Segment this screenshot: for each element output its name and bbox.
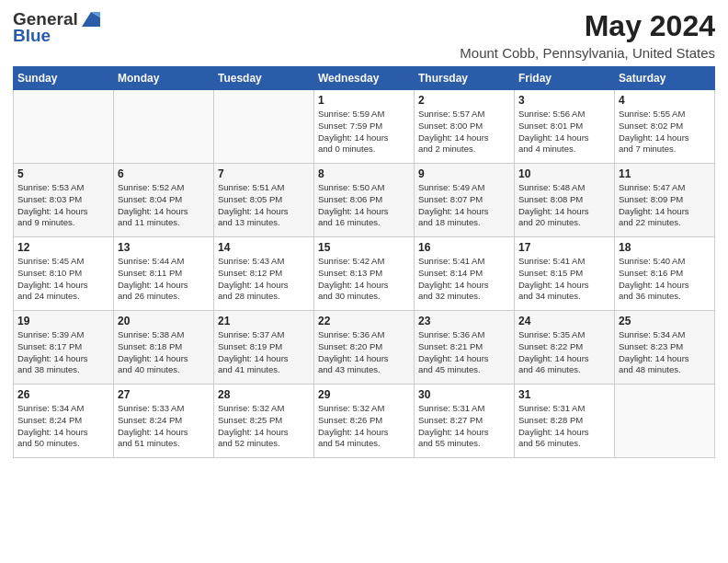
day-detail-line: Daylight: 14 hours — [318, 132, 410, 144]
day-detail-line: Sunrise: 5:41 AM — [418, 256, 510, 268]
day-detail: Sunrise: 5:41 AMSunset: 8:14 PMDaylight:… — [418, 256, 510, 303]
day-detail-line: Sunset: 8:21 PM — [418, 341, 510, 353]
col-header-thursday: Thursday — [415, 67, 515, 90]
calendar-cell: 14Sunrise: 5:43 AMSunset: 8:12 PMDayligh… — [214, 237, 314, 311]
day-detail-line: Sunrise: 5:31 AM — [418, 403, 510, 415]
calendar-week-row: 12Sunrise: 5:45 AMSunset: 8:10 PMDayligh… — [14, 237, 715, 311]
day-detail-line: Sunrise: 5:33 AM — [118, 403, 210, 415]
day-detail: Sunrise: 5:56 AMSunset: 8:01 PMDaylight:… — [518, 109, 610, 155]
calendar-cell: 24Sunrise: 5:35 AMSunset: 8:22 PMDayligh… — [515, 311, 615, 385]
calendar-cell: 26Sunrise: 5:34 AMSunset: 8:24 PMDayligh… — [14, 385, 114, 458]
calendar-cell: 17Sunrise: 5:41 AMSunset: 8:15 PMDayligh… — [515, 237, 615, 311]
day-detail-line: Sunset: 8:18 PM — [118, 341, 210, 353]
day-detail-line: Sunrise: 5:50 AM — [318, 182, 410, 194]
calendar-cell: 7Sunrise: 5:51 AMSunset: 8:05 PMDaylight… — [214, 164, 314, 237]
title-block: May 2024 Mount Cobb, Pennsylvania, Unite… — [460, 9, 715, 61]
day-detail-line: Sunrise: 5:41 AM — [518, 256, 610, 268]
day-detail: Sunrise: 5:34 AMSunset: 8:24 PMDaylight:… — [17, 403, 109, 450]
calendar-cell: 25Sunrise: 5:34 AMSunset: 8:23 PMDayligh… — [615, 311, 715, 385]
day-detail: Sunrise: 5:33 AMSunset: 8:24 PMDaylight:… — [118, 403, 210, 450]
day-detail: Sunrise: 5:32 AMSunset: 8:25 PMDaylight:… — [218, 403, 310, 450]
day-detail: Sunrise: 5:36 AMSunset: 8:21 PMDaylight:… — [418, 329, 510, 376]
day-detail-line: Sunrise: 5:34 AM — [619, 329, 711, 341]
day-detail-line: and 28 minutes. — [218, 291, 310, 303]
day-detail-line: and 30 minutes. — [318, 291, 410, 303]
calendar-cell — [214, 90, 314, 164]
day-number: 10 — [518, 167, 610, 180]
day-detail-line: Sunset: 8:12 PM — [218, 268, 310, 280]
day-detail-line: Daylight: 14 hours — [418, 353, 510, 365]
day-detail-line: Daylight: 14 hours — [418, 132, 510, 144]
day-number: 11 — [619, 167, 711, 180]
day-detail-line: Sunrise: 5:32 AM — [218, 403, 310, 415]
day-detail-line: Daylight: 14 hours — [17, 427, 109, 439]
day-detail: Sunrise: 5:53 AMSunset: 8:03 PMDaylight:… — [17, 182, 109, 229]
day-detail-line: Daylight: 14 hours — [518, 427, 610, 439]
day-detail-line: and 7 minutes. — [619, 144, 711, 155]
day-number: 6 — [118, 167, 210, 180]
day-number: 2 — [418, 94, 510, 107]
day-detail-line: and 38 minutes. — [17, 364, 109, 376]
day-detail-line: Daylight: 14 hours — [218, 206, 310, 218]
day-number: 7 — [218, 167, 310, 180]
day-number: 23 — [418, 315, 510, 327]
day-detail-line: Sunset: 8:16 PM — [619, 268, 711, 280]
day-detail-line: Sunset: 8:05 PM — [218, 194, 310, 206]
day-detail-line: and 40 minutes. — [118, 364, 210, 376]
day-detail-line: Sunset: 8:01 PM — [518, 121, 610, 132]
day-detail-line: Sunset: 8:14 PM — [418, 268, 510, 280]
calendar-week-row: 26Sunrise: 5:34 AMSunset: 8:24 PMDayligh… — [14, 385, 715, 458]
calendar-cell: 30Sunrise: 5:31 AMSunset: 8:27 PMDayligh… — [415, 385, 515, 458]
day-number: 1 — [318, 94, 410, 107]
day-detail: Sunrise: 5:51 AMSunset: 8:05 PMDaylight:… — [218, 182, 310, 229]
calendar-cell — [114, 90, 214, 164]
day-number: 22 — [318, 315, 410, 327]
day-detail-line: Sunset: 7:59 PM — [318, 121, 410, 132]
day-detail-line: Daylight: 14 hours — [218, 353, 310, 365]
main-title: May 2024 — [460, 9, 715, 43]
day-detail-line: and 20 minutes. — [518, 217, 610, 229]
day-detail-line: Sunrise: 5:31 AM — [518, 403, 610, 415]
day-detail-line: Sunrise: 5:53 AM — [17, 182, 109, 194]
day-detail: Sunrise: 5:42 AMSunset: 8:13 PMDaylight:… — [318, 256, 410, 303]
col-header-saturday: Saturday — [615, 67, 715, 90]
day-detail-line: Sunset: 8:23 PM — [619, 341, 711, 353]
day-number: 24 — [518, 315, 610, 327]
day-detail-line: Sunrise: 5:55 AM — [619, 109, 711, 121]
calendar-cell: 13Sunrise: 5:44 AMSunset: 8:11 PMDayligh… — [114, 237, 214, 311]
day-detail-line: Sunset: 8:22 PM — [518, 341, 610, 353]
day-detail-line: and 43 minutes. — [318, 364, 410, 376]
col-header-monday: Monday — [114, 67, 214, 90]
day-detail-line: Daylight: 14 hours — [518, 280, 610, 292]
day-detail-line: Daylight: 14 hours — [118, 353, 210, 365]
calendar-cell: 12Sunrise: 5:45 AMSunset: 8:10 PMDayligh… — [14, 237, 114, 311]
day-detail-line: Sunrise: 5:56 AM — [518, 109, 610, 121]
day-number: 31 — [518, 388, 610, 401]
day-detail: Sunrise: 5:47 AMSunset: 8:09 PMDaylight:… — [619, 182, 711, 229]
day-detail-line: and 4 minutes. — [518, 144, 610, 155]
day-detail-line: and 9 minutes. — [17, 217, 109, 229]
day-detail: Sunrise: 5:44 AMSunset: 8:11 PMDaylight:… — [118, 256, 210, 303]
logo: General Blue — [13, 9, 100, 46]
day-detail-line: Daylight: 14 hours — [418, 280, 510, 292]
calendar-cell: 28Sunrise: 5:32 AMSunset: 8:25 PMDayligh… — [214, 385, 314, 458]
day-detail-line: Sunrise: 5:42 AM — [318, 256, 410, 268]
day-detail: Sunrise: 5:32 AMSunset: 8:26 PMDaylight:… — [318, 403, 410, 450]
day-detail: Sunrise: 5:35 AMSunset: 8:22 PMDaylight:… — [518, 329, 610, 376]
day-detail-line: and 32 minutes. — [418, 291, 510, 303]
day-number: 19 — [17, 315, 109, 327]
day-detail: Sunrise: 5:41 AMSunset: 8:15 PMDaylight:… — [518, 256, 610, 303]
day-detail-line: and 51 minutes. — [118, 438, 210, 450]
day-detail-line: Sunrise: 5:34 AM — [17, 403, 109, 415]
day-detail-line: Daylight: 14 hours — [17, 206, 109, 218]
calendar-header-row: SundayMondayTuesdayWednesdayThursdayFrid… — [14, 67, 715, 90]
day-number: 21 — [218, 315, 310, 327]
calendar-cell: 2Sunrise: 5:57 AMSunset: 8:00 PMDaylight… — [415, 90, 515, 164]
day-number: 28 — [218, 388, 310, 401]
day-number: 27 — [118, 388, 210, 401]
calendar-cell: 3Sunrise: 5:56 AMSunset: 8:01 PMDaylight… — [515, 90, 615, 164]
calendar-cell: 1Sunrise: 5:59 AMSunset: 7:59 PMDaylight… — [314, 90, 415, 164]
day-detail-line: Sunrise: 5:43 AM — [218, 256, 310, 268]
calendar-week-row: 5Sunrise: 5:53 AMSunset: 8:03 PMDaylight… — [14, 164, 715, 237]
calendar-cell: 22Sunrise: 5:36 AMSunset: 8:20 PMDayligh… — [314, 311, 415, 385]
